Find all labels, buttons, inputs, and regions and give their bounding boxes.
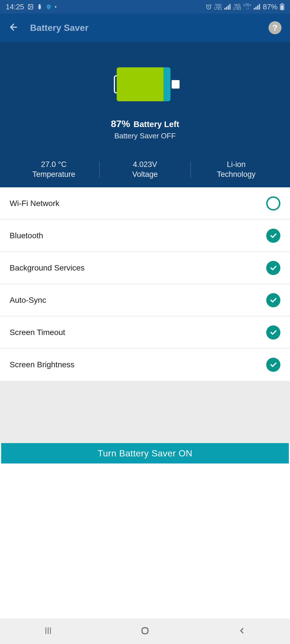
spacer-white xyxy=(0,463,290,599)
svg-rect-7 xyxy=(228,5,229,10)
chevron-left-icon xyxy=(237,626,246,635)
recent-apps-button[interactable] xyxy=(44,626,53,636)
battery-body-icon xyxy=(117,67,170,101)
back-button[interactable] xyxy=(8,22,19,33)
svg-rect-19 xyxy=(142,628,148,634)
svg-rect-9 xyxy=(254,8,255,10)
status-left: 14:25 • xyxy=(6,3,57,11)
sim2-indicator: Vo)) LTE2 xyxy=(233,3,241,10)
stat-volt-value: 4.023V xyxy=(100,160,190,169)
item-label-wifi: Wi-Fi Network xyxy=(10,199,59,208)
check-icon xyxy=(269,296,277,304)
stat-voltage: 4.023V Voltage xyxy=(100,160,190,179)
penguin-icon xyxy=(37,4,43,10)
home-icon xyxy=(140,626,150,636)
toggle-autosync-on[interactable] xyxy=(266,293,280,307)
hero-section: 87% Battery Left Battery Saver OFF 27.0 … xyxy=(0,42,290,187)
signal-icon xyxy=(224,4,231,10)
status-bar: 14:25 • Vo)) LTE1 Vo)) LTE2 LTE+ ↓↑ 87% xyxy=(0,0,290,14)
home-button[interactable] xyxy=(140,626,150,637)
shield-icon xyxy=(46,4,52,10)
signal2-icon xyxy=(254,4,261,10)
turn-saver-on-button[interactable]: Turn Battery Saver ON xyxy=(1,443,289,463)
stats-row: 27.0 °C Temperature 4.023V Voltage Li-io… xyxy=(0,154,290,179)
battery-status-icon xyxy=(280,3,284,10)
check-icon xyxy=(269,361,277,369)
item-label-bluetooth: Bluetooth xyxy=(10,231,43,240)
toggle-timeout-on[interactable] xyxy=(266,325,280,340)
check-icon xyxy=(269,232,277,240)
image-icon xyxy=(27,4,34,10)
stat-technology: Li-ion Technology xyxy=(191,160,282,179)
cta-label: Turn Battery Saver ON xyxy=(98,448,193,459)
list-item-wifi[interactable]: Wi-Fi Network xyxy=(0,187,290,220)
svg-rect-15 xyxy=(281,5,283,10)
list-item-brightness[interactable]: Screen Brightness xyxy=(0,349,290,381)
stat-tech-label: Technology xyxy=(191,170,282,179)
svg-rect-8 xyxy=(229,4,231,10)
help-icon: ? xyxy=(272,23,278,33)
battery-notch-icon xyxy=(114,75,117,93)
back-nav-button[interactable] xyxy=(237,626,246,636)
svg-rect-5 xyxy=(224,8,225,10)
toggle-brightness-on[interactable] xyxy=(266,358,280,372)
check-icon xyxy=(269,264,277,272)
dot-icon: • xyxy=(55,4,57,10)
settings-list: Wi-Fi Network Bluetooth Background Servi… xyxy=(0,187,290,381)
item-label-timeout: Screen Timeout xyxy=(10,328,65,337)
item-label-bgservices: Background Services xyxy=(10,263,85,272)
app-bar: Battery Saver ? xyxy=(0,14,290,42)
battery-text: 87% Battery Left xyxy=(0,118,290,129)
status-icons: • xyxy=(27,4,57,10)
battery-left-label: Battery Left xyxy=(133,120,179,129)
list-item-bluetooth[interactable]: Bluetooth xyxy=(0,220,290,252)
arrows-icon: ↓↑ xyxy=(246,7,249,10)
lte-indicator: LTE+ ↓↑ xyxy=(244,3,251,10)
saver-status-text: Battery Saver OFF xyxy=(0,132,290,140)
status-time: 14:25 xyxy=(6,3,24,11)
alarm-icon xyxy=(206,4,212,10)
svg-rect-11 xyxy=(257,5,258,10)
system-nav-bar xyxy=(0,619,290,644)
sim1-indicator: Vo)) LTE1 xyxy=(214,3,222,10)
list-item-timeout[interactable]: Screen Timeout xyxy=(0,316,290,349)
arrow-left-icon xyxy=(8,22,19,32)
stat-tech-value: Li-ion xyxy=(191,160,282,169)
svg-rect-12 xyxy=(259,4,260,10)
recent-icon xyxy=(44,626,53,635)
stat-volt-label: Voltage xyxy=(100,170,190,179)
list-item-bgservices[interactable]: Background Services xyxy=(0,252,290,284)
battery-graphic xyxy=(114,67,176,101)
stat-temperature: 27.0 °C Temperature xyxy=(8,160,99,179)
item-label-autosync: Auto-Sync xyxy=(10,296,46,305)
toggle-wifi-off[interactable] xyxy=(266,196,280,211)
status-right: Vo)) LTE1 Vo)) LTE2 LTE+ ↓↑ 87% xyxy=(206,3,284,11)
stat-temp-label: Temperature xyxy=(8,170,99,179)
list-item-autosync[interactable]: Auto-Sync xyxy=(0,284,290,316)
spacer-gray xyxy=(0,381,290,443)
help-button[interactable]: ? xyxy=(268,21,282,34)
battery-percent-value: 87% xyxy=(111,118,130,129)
check-icon xyxy=(269,329,277,336)
status-battery-percent: 87% xyxy=(263,3,278,11)
battery-tip-icon xyxy=(172,80,180,89)
app-title: Battery Saver xyxy=(30,23,257,33)
svg-rect-10 xyxy=(255,7,257,10)
svg-point-1 xyxy=(29,5,30,6)
svg-rect-6 xyxy=(226,7,227,10)
toggle-bgservices-on[interactable] xyxy=(266,261,280,275)
stat-temp-value: 27.0 °C xyxy=(8,160,99,169)
toggle-bluetooth-on[interactable] xyxy=(266,229,280,243)
svg-point-3 xyxy=(39,4,40,6)
item-label-brightness: Screen Brightness xyxy=(10,360,74,369)
